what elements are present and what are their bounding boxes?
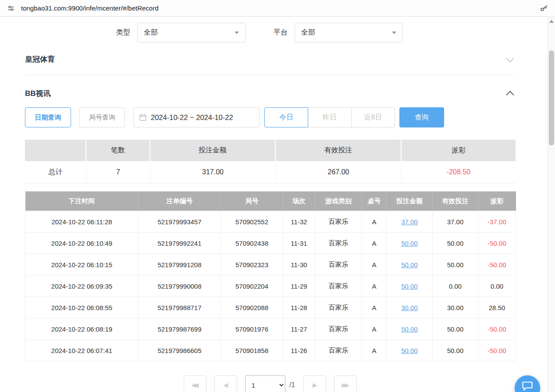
cell-session: 11-28: [283, 297, 315, 318]
cell-game: 百家乐: [315, 297, 362, 318]
type-select[interactable]: 全部: [137, 23, 245, 42]
cell-session: 11-27: [283, 318, 315, 340]
round-query-tab[interactable]: 局号查询: [79, 107, 125, 127]
cell-valid: 50.00: [433, 233, 478, 254]
bet-table-row: 2024-10-22 06:10:49521979992241570902438…: [25, 233, 516, 254]
cell-game: 百家乐: [315, 275, 362, 297]
chat-fab-button[interactable]: [515, 375, 540, 392]
cell-round_no: 570902323: [221, 254, 283, 275]
cell-valid: 30.00: [433, 297, 478, 318]
page-select[interactable]: 1: [245, 375, 285, 392]
bet-table-row: 2024-10-22 06:11:28521979993457570902552…: [25, 211, 516, 233]
bet-amount-link[interactable]: 50.00: [401, 240, 418, 247]
yesterday-button[interactable]: 昨日: [308, 107, 352, 127]
section-crown-sports[interactable]: 皇冠体育: [25, 42, 516, 75]
summary-count-value: 7: [86, 161, 150, 184]
cell-order_no: 521979990008: [139, 275, 221, 297]
summary-total-row: 总计 7 317.00 267.00 -208.50: [25, 161, 516, 184]
cell-table_no: A: [362, 340, 387, 361]
search-button[interactable]: 查询: [399, 107, 444, 127]
platform-label: 平台: [274, 28, 288, 37]
cell-payout: -50.00: [478, 318, 516, 340]
section-title: 皇冠体育: [25, 54, 55, 64]
bet-amount-link[interactable]: 50.00: [401, 325, 418, 333]
cell-time: 2024-10-22 06:11:28: [25, 211, 139, 233]
date-range-input[interactable]: 2024-10-22 ~ 2024-10-22: [133, 107, 260, 127]
today-button[interactable]: 今日: [264, 107, 308, 127]
cell-round_no: 570902088: [221, 297, 283, 318]
cell-bet: 50.00: [387, 233, 433, 254]
summary-col-count: 笔数: [86, 140, 150, 161]
cell-time: 2024-10-22 06:07:41: [25, 340, 139, 361]
filter-row: 类型 全部 平台 全部: [116, 23, 548, 42]
cell-round_no: 570901976: [221, 318, 283, 340]
scroll-up-icon[interactable]: [549, 20, 554, 23]
bet-table-body: 2024-10-22 06:11:28521979993457570902552…: [25, 211, 516, 361]
first-page-button[interactable]: ◀◀: [184, 375, 206, 392]
platform-select[interactable]: 全部: [295, 23, 403, 42]
cell-payout: 28.50: [478, 297, 516, 318]
cell-order_no: 521979992241: [139, 233, 221, 254]
summary-col-payout: 派彩: [402, 140, 516, 161]
prev-page-button[interactable]: ◀: [214, 375, 237, 392]
last8days-button[interactable]: 近8日: [351, 107, 395, 127]
quick-range-group: 今日 昨日 近8日: [264, 107, 395, 127]
scrollbar-thumb[interactable]: [549, 50, 554, 145]
summary-header-row: 笔数 投注金额 有效投注 派彩: [25, 140, 516, 161]
summary-col-empty: [25, 140, 86, 161]
bet-column-header: 注单编号: [139, 191, 221, 211]
cell-table_no: A: [362, 297, 387, 318]
cell-payout: -50.00: [478, 340, 516, 361]
pagination: ◀◀ ◀ 1 /1 ▶ ▶▶: [25, 375, 516, 392]
cell-bet: 37.00: [387, 211, 433, 233]
cell-game: 百家乐: [315, 318, 362, 340]
bet-column-header: 下注时间: [25, 191, 139, 211]
cell-bet: 50.00: [387, 254, 433, 275]
bet-amount-link[interactable]: 50.00: [401, 283, 418, 290]
url-text[interactable]: tongbao31.com:9900/infe/mcenter/#/betRec…: [21, 4, 538, 12]
cell-payout: -37.00: [478, 211, 516, 233]
bet-record-table: 下注时间注单编号局号场次游戏类别桌号投注金额有效投注派彩 2024-10-22 …: [25, 191, 516, 361]
bet-amount-link[interactable]: 50.00: [401, 261, 418, 268]
cell-session: 11-32: [283, 211, 315, 233]
bet-amount-link[interactable]: 37.00: [401, 218, 418, 226]
chevron-down-icon: [392, 32, 396, 34]
bet-table-row: 2024-10-22 06:09:35521979990008570902204…: [25, 275, 516, 297]
cell-time: 2024-10-22 06:09:35: [25, 275, 139, 297]
cell-valid: 50.00: [433, 340, 478, 361]
page-total: /1: [289, 381, 295, 389]
site-settings-icon[interactable]: [5, 3, 17, 14]
cell-game: 百家乐: [315, 211, 362, 233]
cell-bet: 50.00: [387, 340, 433, 361]
cell-order_no: 521979991208: [139, 254, 221, 275]
last-page-button[interactable]: ▶▶: [334, 375, 357, 392]
query-bar: 日期查询 局号查询 2024-10-22 ~ 2024-10-22 今日 昨日 …: [25, 107, 516, 127]
cell-payout: 0.00: [478, 275, 516, 297]
bet-table-row: 2024-10-22 06:08:55521979988717570902088…: [25, 297, 516, 318]
chevron-down-icon: [506, 54, 514, 62]
summary-total-label: 总计: [25, 161, 86, 184]
cell-time: 2024-10-22 06:08:19: [25, 318, 139, 340]
summary-payout-value: -208.50: [402, 161, 516, 184]
key-icon[interactable]: [538, 3, 550, 14]
bet-amount-link[interactable]: 30.00: [401, 304, 418, 311]
cell-round_no: 570902438: [221, 233, 283, 254]
bet-column-header: 桌号: [362, 191, 387, 211]
chevron-up-icon: [506, 91, 514, 99]
cell-game: 百家乐: [315, 254, 362, 275]
date-query-tab[interactable]: 日期查询: [25, 107, 71, 127]
chevron-down-icon: [235, 32, 239, 34]
platform-select-value: 全部: [301, 28, 315, 37]
chat-icon: [521, 381, 534, 392]
cell-table_no: A: [362, 318, 387, 340]
scrollbar[interactable]: [548, 17, 555, 392]
cell-round_no: 570902204: [221, 275, 283, 297]
next-page-button[interactable]: ▶: [303, 375, 326, 392]
cell-table_no: A: [362, 254, 387, 275]
summary-table: 笔数 投注金额 有效投注 派彩 总计 7 317.00 267.00 -208.…: [25, 140, 516, 184]
cell-order_no: 521979993457: [139, 211, 221, 233]
bet-amount-link[interactable]: 50.00: [401, 347, 418, 354]
cell-valid: 50.00: [433, 254, 478, 275]
section-bb-video[interactable]: BB视讯: [25, 75, 516, 105]
bet-table-row: 2024-10-22 06:10:15521979991208570902323…: [25, 254, 516, 275]
